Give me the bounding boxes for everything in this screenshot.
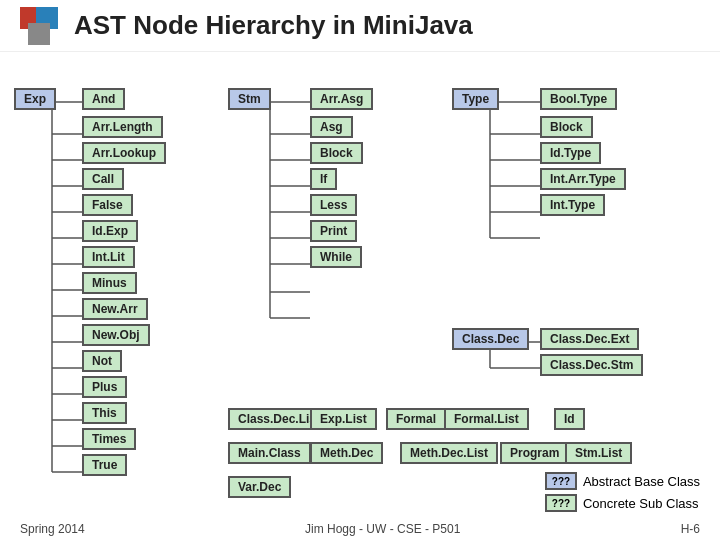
legend-concrete: ??? Concrete Sub Class <box>545 494 700 512</box>
node-if: If <box>310 168 337 190</box>
node-vardec: Var.Dec <box>228 476 291 498</box>
legend-abstract-label: Abstract Base Class <box>583 474 700 489</box>
node-false: False <box>82 194 133 216</box>
legend-abstract-box: ??? <box>545 472 577 490</box>
node-inttype: Int.Type <box>540 194 605 216</box>
content-area: Exp And Arr.Length Arr.Lookup Call False… <box>0 52 720 540</box>
node-type: Type <box>452 88 499 110</box>
node-intarrtype: Int.Arr.Type <box>540 168 626 190</box>
node-classdec: Class.Dec <box>452 328 529 350</box>
node-arrasg: Arr.Asg <box>310 88 373 110</box>
node-call: Call <box>82 168 124 190</box>
node-classdecext: Class.Dec.Ext <box>540 328 639 350</box>
node-idtype: Id.Type <box>540 142 601 164</box>
logo <box>20 7 58 45</box>
legend: ??? Abstract Base Class ??? Concrete Sub… <box>545 472 700 512</box>
node-newarr: New.Arr <box>82 298 148 320</box>
node-true: True <box>82 454 127 476</box>
node-arrlength: Arr.Length <box>82 116 163 138</box>
node-newobj: New.Obj <box>82 324 150 346</box>
footer-left: Spring 2014 <box>20 522 85 536</box>
page-title: AST Node Hierarchy in MiniJava <box>74 10 473 41</box>
legend-abstract-symbol: ??? <box>552 476 570 487</box>
legend-concrete-box: ??? <box>545 494 577 512</box>
node-formal: Formal <box>386 408 446 430</box>
node-program: Program <box>500 442 569 464</box>
node-while: While <box>310 246 362 268</box>
logo-gray <box>28 23 50 45</box>
node-mainclass: Main.Class <box>228 442 311 464</box>
node-stmlist: Stm.List <box>565 442 632 464</box>
header: AST Node Hierarchy in MiniJava <box>0 0 720 52</box>
node-stm: Stm <box>228 88 271 110</box>
node-print: Print <box>310 220 357 242</box>
node-block: Block <box>310 142 363 164</box>
legend-concrete-label: Concrete Sub Class <box>583 496 699 511</box>
node-and: And <box>82 88 125 110</box>
node-methdeclist: Meth.Dec.List <box>400 442 498 464</box>
node-times: Times <box>82 428 136 450</box>
node-booltype: Bool.Type <box>540 88 617 110</box>
node-this: This <box>82 402 127 424</box>
footer: Spring 2014 Jim Hogg - UW - CSE - P501 H… <box>0 518 720 540</box>
node-plus: Plus <box>82 376 127 398</box>
node-id: Id <box>554 408 585 430</box>
node-classdecstm: Class.Dec.Stm <box>540 354 643 376</box>
node-arrlookup: Arr.Lookup <box>82 142 166 164</box>
node-asg: Asg <box>310 116 353 138</box>
footer-center: Jim Hogg - UW - CSE - P501 <box>305 522 460 536</box>
node-intlit: Int.Lit <box>82 246 135 268</box>
footer-right: H-6 <box>681 522 700 536</box>
node-exp: Exp <box>14 88 56 110</box>
node-explist: Exp.List <box>310 408 377 430</box>
node-methdec: Meth.Dec <box>310 442 383 464</box>
legend-abstract: ??? Abstract Base Class <box>545 472 700 490</box>
legend-concrete-symbol: ??? <box>552 498 570 509</box>
node-formallist: Formal.List <box>444 408 529 430</box>
node-idexp: Id.Exp <box>82 220 138 242</box>
node-less: Less <box>310 194 357 216</box>
node-minus: Minus <box>82 272 137 294</box>
node-blocktype: Block <box>540 116 593 138</box>
node-not: Not <box>82 350 122 372</box>
